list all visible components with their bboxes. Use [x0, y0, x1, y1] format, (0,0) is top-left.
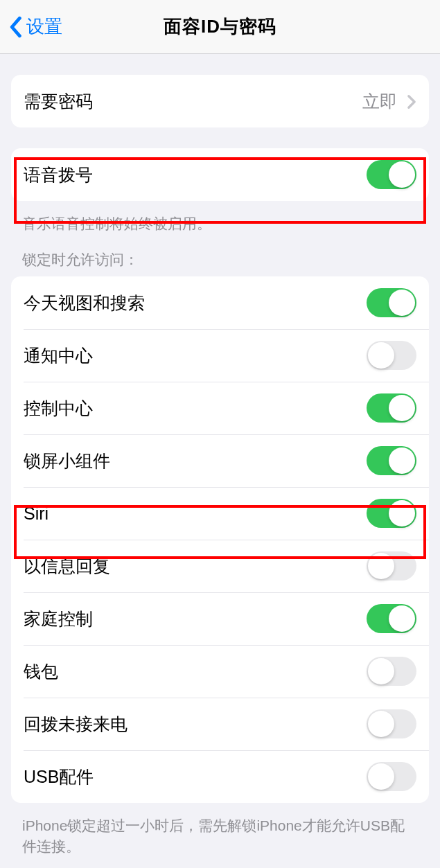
- row-lock-access-item: 家庭控制: [11, 592, 429, 645]
- row-label: 语音拨号: [24, 163, 93, 186]
- toggle-knob: [389, 395, 415, 421]
- row-label: 控制中心: [24, 397, 93, 420]
- content: 需要密码 立即 语音拨号 音乐语音控制将始终被启用。 锁定时允许访问： 今天视图…: [0, 75, 440, 856]
- row-label: 钱包: [24, 660, 58, 683]
- row-lock-access-item: 以信息回复: [11, 540, 429, 592]
- navigation-bar: 设置 面容ID与密码: [0, 0, 440, 54]
- row-lock-access-item: 回拨未接来电: [11, 698, 429, 750]
- toggle[interactable]: [367, 551, 416, 581]
- row-label: 家庭控制: [24, 608, 93, 630]
- toggle[interactable]: [367, 604, 416, 633]
- toggle[interactable]: [367, 657, 416, 686]
- row-label: 今天视图和搜索: [24, 292, 145, 315]
- toggle[interactable]: [367, 288, 416, 317]
- toggle[interactable]: [367, 341, 416, 370]
- group-lock-access: 今天视图和搜索通知中心控制中心锁屏小组件Siri以信息回复家庭控制钱包回拨未接来…: [11, 276, 429, 803]
- back-label: 设置: [26, 15, 62, 39]
- toggle-knob: [368, 342, 394, 369]
- toggle[interactable]: [367, 709, 416, 738]
- toggle-knob: [389, 605, 415, 632]
- row-value: 立即: [362, 90, 416, 113]
- lock-access-header: 锁定时允许访问：: [0, 233, 440, 276]
- toggle[interactable]: [367, 762, 416, 791]
- toggle-knob: [389, 290, 415, 316]
- chevron-right-icon: [407, 94, 416, 109]
- toggle-knob: [368, 763, 394, 790]
- row-label: 需要密码: [24, 90, 93, 113]
- row-label: Siri: [24, 504, 49, 524]
- row-label: 锁屏小组件: [24, 450, 110, 472]
- toggle[interactable]: [367, 393, 416, 423]
- voice-dial-toggle[interactable]: [367, 160, 416, 189]
- toggle-knob: [389, 500, 415, 526]
- voice-dial-footer: 音乐语音控制将始终被启用。: [0, 208, 440, 233]
- row-label: 以信息回复: [24, 555, 110, 578]
- row-require-passcode[interactable]: 需要密码 立即: [11, 75, 429, 127]
- row-lock-access-item: 钱包: [11, 645, 429, 698]
- lock-access-footer: iPhone锁定超过一小时后，需先解锁iPhone才能允许USB配件连接。: [0, 810, 440, 856]
- group-voice-dial: 语音拨号: [11, 148, 429, 201]
- row-lock-access-item: Siri: [11, 487, 429, 540]
- row-lock-access-item: USB配件: [11, 750, 429, 803]
- toggle[interactable]: [367, 499, 416, 528]
- row-lock-access-item: 今天视图和搜索: [11, 276, 429, 329]
- chevron-left-icon: [8, 16, 22, 38]
- toggle-knob: [389, 161, 415, 188]
- row-voice-dial: 语音拨号: [11, 148, 429, 201]
- toggle-knob: [368, 658, 394, 684]
- toggle-knob: [368, 553, 394, 579]
- group-require-passcode: 需要密码 立即: [11, 75, 429, 127]
- toggle[interactable]: [367, 446, 416, 475]
- row-lock-access-item: 控制中心: [11, 382, 429, 434]
- row-lock-access-item: 通知中心: [11, 329, 429, 382]
- page-title: 面容ID与密码: [164, 15, 276, 39]
- row-value-text: 立即: [362, 90, 397, 113]
- row-label: USB配件: [24, 765, 94, 788]
- toggle-knob: [368, 711, 394, 737]
- back-button[interactable]: 设置: [8, 15, 62, 39]
- row-label: 回拨未接来电: [24, 713, 127, 736]
- toggle-knob: [389, 448, 415, 474]
- row-label: 通知中心: [24, 344, 93, 367]
- row-lock-access-item: 锁屏小组件: [11, 434, 429, 487]
